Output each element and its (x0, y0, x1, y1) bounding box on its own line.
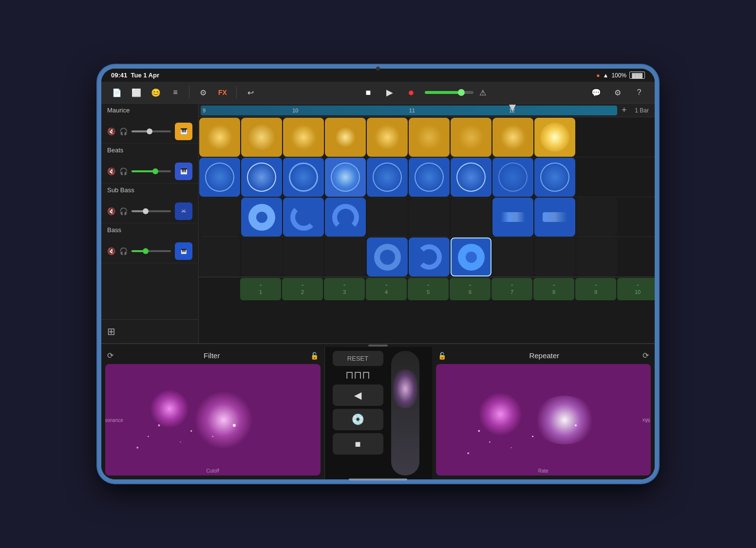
scene-10[interactable]: ⌃ 10 (617, 278, 655, 300)
record-button[interactable]: ● (403, 85, 419, 100)
clip-4-2[interactable] (283, 237, 324, 276)
metronome-icon[interactable]: ⚠ (479, 88, 486, 97)
mute-btn-1[interactable]: 🔇 (107, 128, 115, 135)
add-region-button[interactable]: + (617, 104, 631, 117)
clip-pattern (241, 118, 282, 157)
scene-6[interactable]: ⌃ 6 (450, 278, 491, 300)
clip-4-0[interactable] (199, 237, 240, 276)
headphone-btn-1[interactable]: 🎧 (119, 128, 128, 135)
mute-btn-3[interactable]: 🔇 (107, 207, 115, 215)
clip-2-2[interactable] (241, 158, 282, 197)
disc-button[interactable]: 💿 (333, 409, 383, 430)
clip-4-5[interactable] (409, 237, 450, 276)
view-toggle-button[interactable]: ⬜ (129, 85, 144, 100)
play-button[interactable]: ▶ (382, 85, 397, 100)
scene-8[interactable]: ⌃ 8 (533, 278, 574, 300)
headphone-btn-2[interactable]: 🎧 (119, 167, 128, 175)
clip-1-3[interactable] (283, 118, 324, 157)
track-volume-2[interactable] (132, 170, 171, 172)
settings-button[interactable]: ⚙ (610, 85, 625, 100)
chat-button[interactable]: 💬 (588, 85, 604, 100)
new-file-button[interactable]: 📄 (109, 85, 125, 100)
scene-7[interactable]: ⌃ 7 (491, 278, 532, 300)
clip-1-2[interactable] (241, 118, 282, 157)
help-button[interactable]: ? (631, 85, 647, 100)
clip-1-9[interactable] (534, 118, 575, 157)
headphone-btn-3[interactable]: 🎧 (119, 207, 128, 215)
clip-2-9[interactable] (534, 158, 575, 197)
track-instrument-3[interactable]: ✕ (175, 202, 192, 220)
reset-button[interactable]: RESET (333, 351, 383, 366)
tracks-button[interactable]: ≡ (168, 85, 183, 100)
clip-4-9[interactable] (576, 237, 617, 276)
filter-display[interactable]: Resonance Cutoff (105, 364, 321, 475)
clip-4-8[interactable] (534, 237, 575, 276)
scene-1[interactable]: ⌃ 1 (240, 278, 281, 300)
clip-1-8[interactable] (492, 118, 533, 157)
repeater-lock-icon[interactable]: 🔓 (438, 352, 446, 360)
clip-2-8[interactable] (492, 158, 533, 197)
wave-icon (289, 163, 318, 192)
scene-4[interactable]: ⌃ 4 (366, 278, 407, 300)
clip-4-3[interactable] (325, 237, 366, 276)
track-instrument-2[interactable]: 🎹 (175, 163, 192, 180)
clip-3-0[interactable] (199, 198, 240, 237)
clip-2-5[interactable] (367, 158, 408, 197)
repeater-display[interactable]: Mix Rate (436, 364, 651, 475)
track-volume-4[interactable] (132, 250, 171, 252)
clip-3-3[interactable] (325, 198, 366, 237)
scene-5[interactable]: ⌃ 5 (408, 278, 449, 300)
clip-4-7[interactable] (492, 237, 533, 276)
stop-button[interactable]: ■ (360, 85, 376, 100)
browser-button[interactable]: 😊 (148, 85, 164, 100)
track-volume-1[interactable] (132, 130, 171, 132)
clip-grid: ⌃ 1 ⌃ 2 ⌃ 3 ⌃ 4 (199, 117, 655, 343)
clip-2-7[interactable] (451, 158, 491, 197)
scene-9[interactable]: ⌃ 9 (575, 278, 616, 300)
clip-2-4[interactable] (325, 158, 366, 197)
clip-3-1[interactable] (241, 198, 282, 237)
clip-1-6[interactable] (409, 118, 450, 157)
svg-point-1 (148, 436, 149, 437)
clip-3-8[interactable] (534, 198, 575, 237)
mixer-button[interactable]: ⚙ (195, 85, 211, 100)
clip-3-2[interactable] (283, 198, 324, 237)
scene-3[interactable]: ⌃ 3 (324, 278, 365, 300)
mute-btn-4[interactable]: 🔇 (107, 247, 115, 255)
volume-slider[interactable] (425, 91, 473, 94)
track-instrument-1[interactable]: 🎹 (175, 123, 192, 140)
clip-1-7[interactable] (451, 118, 491, 157)
scene-2[interactable]: ⌃ 2 (282, 278, 323, 300)
mute-btn-2[interactable]: 🔇 (107, 167, 115, 175)
filter-lock-icon[interactable]: 🔓 (310, 352, 319, 360)
clips-view-btn[interactable]: ⊞ (107, 326, 192, 337)
clip-3-5[interactable] (409, 198, 450, 237)
clip-3-9[interactable] (576, 198, 617, 237)
clip-1-4[interactable] (325, 118, 366, 157)
repeater-panel-icon[interactable]: ⟳ (643, 351, 649, 360)
filter-panel-icon[interactable]: ⟳ (107, 351, 113, 360)
steps-icon[interactable]: ⊓⊓⊓ (345, 369, 370, 382)
clip-2-6[interactable] (409, 158, 450, 197)
track-volume-3[interactable] (132, 210, 171, 212)
clip-3-6[interactable] (451, 198, 491, 237)
repeater-panel-title: Repeater (450, 351, 639, 360)
headphone-btn-4[interactable]: 🎧 (119, 247, 128, 255)
clip-1-5[interactable] (367, 118, 408, 157)
vert-fader[interactable] (391, 351, 419, 475)
stop-ctrl-button[interactable]: ■ (333, 433, 383, 455)
clip-4-1[interactable] (241, 237, 282, 276)
play-reverse-button[interactable]: ◀ (333, 384, 383, 406)
clip-1-1[interactable] (199, 118, 240, 157)
fx-button[interactable]: FX (215, 85, 230, 100)
clip-4-4[interactable] (367, 237, 408, 276)
wave-icon (373, 163, 402, 192)
clip-3-7[interactable] (492, 198, 533, 237)
status-bar: 09:41 Tue 1 Apr ● ▲ 100% ▓▓▓ (101, 69, 655, 82)
track-instrument-4[interactable]: 🎹 (175, 242, 192, 260)
clip-2-1[interactable] (199, 158, 240, 197)
clip-2-3[interactable] (283, 158, 324, 197)
undo-button[interactable]: ↩ (243, 85, 258, 100)
clip-3-4[interactable] (367, 198, 408, 237)
clip-4-6-active[interactable] (451, 237, 491, 276)
